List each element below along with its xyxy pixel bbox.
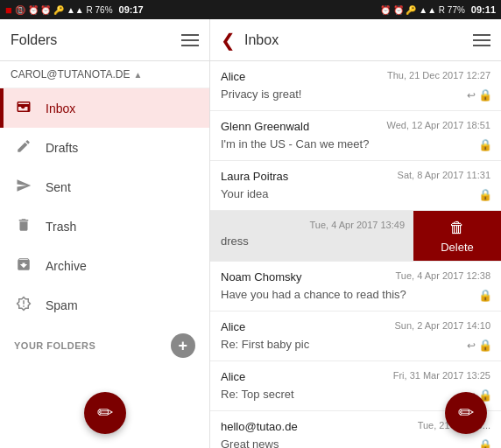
nav-label-trash: Trash	[46, 220, 76, 234]
email-date: Sun, 2 Apr 2017 14:10	[395, 320, 490, 333]
email-date: Thu, 21 Dec 2017 12:27	[387, 70, 490, 83]
email-sender: hello@tutao.de	[221, 420, 298, 433]
email-sender: Noam Chomsky	[221, 270, 301, 284]
lock-icon: 🔒	[478, 188, 492, 201]
left-panel: Folders CAROL@TUTANOTA.DE ▲ Inbox Drafts	[0, 19, 210, 448]
email-item[interactable]: Glenn Greenwald Wed, 12 Apr 2017 18:51 I…	[210, 111, 501, 161]
compose-icon-right: ✏	[458, 402, 474, 424]
back-icon[interactable]: ❮	[221, 30, 236, 51]
status-bar: ■ 📵 ⏰ ⏰ 🔑 ▲▲ R 76% 09:17 ⏰ ⏰ 🔑 ▲▲ R 77% …	[0, 0, 501, 19]
lock-icon: 🔒	[478, 138, 492, 151]
left-menu-icon[interactable]	[181, 34, 199, 46]
reply-icon: ↩	[467, 340, 476, 352]
nav-item-spam[interactable]: Spam	[0, 285, 209, 325]
right-header: ❮ Inbox	[210, 19, 501, 61]
email-subject: I'm in the US - Can we meet?	[221, 137, 369, 150]
archive-icon	[14, 256, 33, 275]
email-subject: Your idea	[221, 187, 268, 200]
email-subject: Re: First baby pic	[221, 338, 309, 351]
email-date: Sat, 8 Apr 2017 11:31	[398, 170, 490, 183]
sent-icon	[14, 178, 33, 196]
compose-icon-left: ✏	[97, 402, 113, 424]
folders-title: Folders	[11, 32, 57, 48]
account-row[interactable]: CAROL@TUTANOTA.DE ▲	[0, 61, 209, 88]
your-folders-section: YOUR FOLDERS +	[0, 325, 209, 361]
inbox-icon	[14, 99, 33, 117]
email-item[interactable]: Alice Sun, 2 Apr 2017 14:10 Re: First ba…	[210, 312, 501, 361]
right-menu-icon[interactable]	[473, 34, 490, 46]
trash-icon	[14, 217, 33, 235]
main-layout: Folders CAROL@TUTANOTA.DE ▲ Inbox Drafts	[0, 19, 501, 448]
email-sender: Alice	[221, 70, 245, 83]
status-left: ■ 📵 ⏰ ⏰ 🔑 ▲▲ R 76% 09:17	[5, 4, 144, 17]
email-sender: Alice	[221, 320, 245, 333]
email-item[interactable]: Noam Chomsky Tue, 4 Apr 2017 12:38 Have …	[210, 262, 501, 312]
email-date: Wed, 12 Apr 2017 18:51	[387, 120, 490, 133]
email-subject: Privacy is great!	[221, 88, 301, 101]
nav-item-trash[interactable]: Trash	[0, 206, 209, 246]
email-item[interactable]: Laura Poitras Sat, 8 Apr 2017 11:31 Your…	[210, 161, 501, 211]
email-item-swiped[interactable]: Tue, 4 Apr 2017 13:49 dress 🔒 🗑 Delete	[210, 211, 501, 262]
compose-button-right[interactable]: ✏	[445, 392, 487, 434]
status-right: ⏰ ⏰ 🔑 ▲▲ R 77% 09:11	[380, 4, 496, 15]
email-date: Tue, 4 Apr 2017 12:38	[396, 270, 490, 284]
nav-label-drafts: Drafts	[46, 141, 78, 155]
nav-item-drafts[interactable]: Drafts	[0, 128, 209, 167]
status-time-left: 09:17	[119, 4, 144, 15]
nav-item-inbox[interactable]: Inbox	[0, 88, 209, 128]
status-time-right: 09:11	[471, 4, 496, 15]
delete-trash-icon: 🗑	[449, 219, 465, 237]
drafts-icon	[14, 138, 33, 157]
reply-icon: ↩	[467, 89, 476, 102]
email-sender: Alice	[221, 370, 245, 383]
nav-item-archive[interactable]: Archive	[0, 246, 209, 285]
email-subject: Re: Top secret	[221, 388, 294, 401]
delete-button[interactable]: 🗑 Delete	[413, 211, 501, 261]
lock-icon: 🔒	[478, 438, 492, 448]
right-panel: ❮ Inbox Alice Thu, 21 Dec 2017 12:27 Pri…	[210, 19, 501, 448]
email-item[interactable]: Alice Thu, 21 Dec 2017 12:27 Privacy is …	[210, 61, 501, 111]
left-header: Folders	[0, 19, 209, 61]
account-caret: ▲	[133, 70, 142, 80]
nav-label-spam: Spam	[46, 298, 78, 312]
email-subject: dress	[221, 234, 249, 248]
nav-label-inbox: Inbox	[46, 102, 75, 116]
compose-button-left[interactable]: ✏	[84, 392, 126, 434]
status-right-icons: ⏰ ⏰ 🔑 ▲▲ R 77%	[380, 5, 465, 15]
your-folders-label: YOUR FOLDERS	[14, 340, 95, 351]
email-subject: Great news	[221, 438, 279, 448]
inbox-title: Inbox	[244, 32, 464, 48]
email-date: Tue, 4 Apr 2017 13:49	[310, 220, 405, 230]
email-list: Alice Thu, 21 Dec 2017 12:27 Privacy is …	[210, 61, 501, 448]
email-date: Fri, 31 Mar 2017 13:25	[393, 370, 490, 383]
lock-icon: 🔒	[478, 88, 492, 102]
nav-item-sent[interactable]: Sent	[0, 167, 209, 206]
account-email: CAROL@TUTANOTA.DE	[11, 68, 130, 80]
email-subject: Have you had a chance to read this?	[221, 288, 406, 301]
nav-label-archive: Archive	[46, 259, 87, 273]
lock-icon: 🔒	[478, 289, 492, 302]
spam-icon	[14, 296, 33, 314]
lock-icon: 🔒	[478, 339, 492, 352]
status-left-icons: 📵 ⏰ ⏰ 🔑 ▲▲ R 76%	[15, 5, 113, 15]
app-icon: ■	[5, 4, 12, 17]
email-sender: Glenn Greenwald	[221, 120, 309, 133]
add-folder-button[interactable]: +	[171, 333, 195, 358]
email-sender: Laura Poitras	[221, 170, 288, 183]
delete-label: Delete	[441, 241, 474, 254]
nav-label-sent: Sent	[46, 180, 71, 194]
